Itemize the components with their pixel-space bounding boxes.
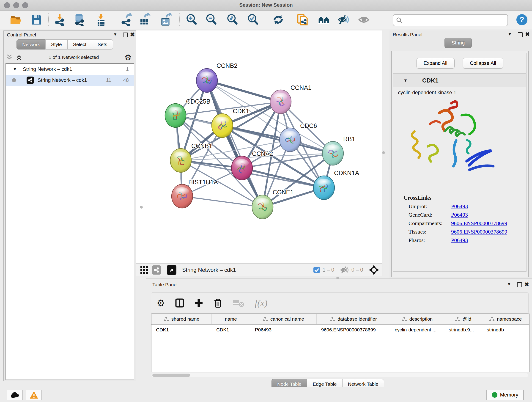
table-cell[interactable]: stringdb — [482, 325, 529, 335]
column-header-canonical-name[interactable]: canonical name — [250, 314, 317, 324]
zoom-selected-button[interactable] — [246, 13, 260, 27]
crosslink-row: Uniprot:P06493 — [409, 203, 526, 210]
left-splitter-handle[interactable] — [140, 206, 143, 209]
right-splitter-handle[interactable] — [382, 151, 385, 154]
import-table-button[interactable] — [94, 13, 108, 27]
expand-all-icon[interactable] — [15, 54, 23, 61]
import-network-from-database-button[interactable] — [72, 13, 87, 27]
tab-network[interactable]: Network — [17, 39, 46, 50]
column-header-name[interactable]: name — [212, 314, 250, 324]
fit-selected-crosshair-icon[interactable] — [369, 265, 379, 275]
add-column-icon[interactable] — [194, 298, 203, 307]
table-cell[interactable]: 9606.ENSP00000378699 — [317, 325, 390, 335]
table-cell[interactable]: CDK1 — [152, 325, 212, 335]
memory-button[interactable]: Memory — [486, 390, 524, 400]
network-node-CDKN1A[interactable]: CDKN1A — [313, 170, 359, 200]
crosslink-link[interactable]: P06493 — [451, 212, 468, 218]
column-header-namespace[interactable]: namespace — [482, 314, 529, 324]
column-header-label: namespace — [497, 316, 522, 322]
tree-expander-icon[interactable]: ▼ — [13, 67, 17, 72]
zoom-out-button[interactable] — [204, 13, 219, 27]
open-in-new-window-icon[interactable] — [167, 265, 177, 275]
column-tree-icon — [489, 317, 495, 322]
table-panel-close-button[interactable]: ✖ — [525, 281, 529, 288]
control-panel-close-button[interactable]: ✖ — [130, 32, 135, 38]
tab-style[interactable]: Style — [45, 39, 68, 50]
network-node-CDC25B[interactable]: CDC25B — [165, 98, 210, 128]
tab-select[interactable]: Select — [67, 39, 92, 50]
results-panel-float-button[interactable] — [518, 32, 523, 37]
eye-icon — [358, 14, 370, 26]
export-table-button[interactable] — [138, 13, 152, 27]
collapse-all-button[interactable]: Collapse All — [463, 58, 503, 69]
network-collection-row[interactable]: ▼ String Network – cdk1 1 — [6, 64, 134, 75]
export-network-button[interactable] — [119, 13, 134, 27]
zoom-in-icon — [186, 13, 197, 26]
warnings-button[interactable] — [26, 390, 42, 400]
help-button[interactable]: ? — [515, 13, 529, 27]
table-options-gear-icon[interactable]: ⚙ — [157, 298, 165, 308]
expand-all-button[interactable]: Expand All — [417, 58, 455, 69]
network-canvas[interactable]: CCNB2CCNA1CDC25BCDK1CDC6RB1CCNB1CCNA2CDK… — [136, 31, 382, 263]
birds-eye-view-icon[interactable] — [139, 265, 149, 274]
collapse-all-icon[interactable] — [6, 54, 13, 61]
results-panel-collapse-button[interactable]: ▼ — [508, 32, 512, 37]
control-panel-float-button[interactable] — [123, 32, 128, 37]
table-horizontal-scrollbar[interactable] — [152, 373, 528, 377]
new-network-from-selection-button[interactable] — [296, 13, 310, 27]
network-view-toolbar: String Network – cdk1 1 – 0 0 – 0 — [136, 263, 382, 276]
save-session-button[interactable] — [29, 13, 44, 27]
hide-selected-button[interactable] — [336, 13, 351, 27]
network-node-count: 11 — [106, 77, 111, 83]
table-cell[interactable]: stringdb:9... — [444, 325, 482, 335]
search-input[interactable] — [404, 15, 507, 25]
network-label: String Network – cdk1 — [38, 77, 106, 83]
network-options-gear-icon[interactable]: ⚙ — [125, 53, 132, 62]
network-share-icon[interactable] — [152, 265, 161, 274]
show-all-button[interactable] — [356, 13, 371, 27]
table-row[interactable]: CDK1CDK1P064939606.ENSP00000378699cyclin… — [152, 325, 529, 335]
table-panel-float-button[interactable] — [517, 282, 522, 287]
gene-section-expander-icon[interactable]: ▼ — [404, 78, 408, 83]
show-columns-icon[interactable] — [175, 298, 184, 308]
import-network-button[interactable] — [52, 13, 67, 27]
network-node-CCNB1[interactable]: CCNB1 — [170, 143, 212, 172]
network-node-HIST1H1A[interactable]: HIST1H1A — [172, 179, 218, 208]
open-session-button[interactable] — [9, 13, 23, 27]
table-cell[interactable]: P06493 — [250, 325, 317, 335]
export-image-icon — [160, 13, 172, 26]
table-panel-collapse-button[interactable]: ▼ — [507, 282, 511, 287]
network-row[interactable]: String Network – cdk1 11 48 — [6, 75, 134, 86]
first-neighbors-button[interactable] — [317, 13, 331, 27]
scrollbar-thumb[interactable] — [152, 374, 190, 377]
zoom-in-button[interactable] — [184, 13, 199, 27]
column-header-database-identifier[interactable]: database identifier — [317, 314, 390, 324]
network-node-CCNA1[interactable]: CCNA1 — [270, 84, 312, 114]
automation-cloud-button[interactable] — [7, 390, 23, 400]
network-node-CCNE1[interactable]: CCNE1 — [252, 189, 294, 219]
column-header-shared-name[interactable]: shared name — [152, 314, 212, 324]
results-panel-close-button[interactable]: ✖ — [525, 31, 530, 38]
table-cell[interactable]: cyclin-dependent ... — [390, 325, 444, 335]
delete-column-icon[interactable] — [214, 298, 222, 308]
column-tree-icon — [164, 317, 169, 322]
column-header-description[interactable]: description — [390, 314, 444, 324]
control-panel-collapse-button[interactable]: ▼ — [113, 32, 117, 37]
tab-sets[interactable]: Sets — [92, 39, 113, 50]
column-header--id[interactable]: @id — [444, 314, 482, 324]
string-network-graph[interactable]: CCNB2CCNA1CDC25BCDK1CDC6RB1CCNB1CCNA2CDK… — [136, 31, 382, 263]
bottom-splitter-handle[interactable] — [336, 277, 339, 279]
network-node-RB1[interactable]: RB1 — [322, 136, 355, 165]
crosslink-link[interactable]: P06493 — [451, 203, 468, 210]
selected-checkbox-icon[interactable] — [313, 266, 320, 274]
export-image-button[interactable] — [159, 13, 174, 27]
apply-layout-button[interactable] — [271, 13, 285, 27]
crosslink-link[interactable]: 9606.ENSP00000378699 — [451, 220, 507, 226]
string-results-tab[interactable]: String — [444, 38, 472, 48]
table-cell[interactable]: CDK1 — [212, 325, 250, 335]
zoom-fit-button[interactable] — [225, 13, 240, 27]
memory-status-icon — [492, 392, 497, 398]
save-icon — [31, 14, 42, 26]
crosslink-link[interactable]: P06493 — [451, 237, 468, 243]
crosslink-link[interactable]: 9606.ENSP00000378699 — [451, 229, 507, 235]
